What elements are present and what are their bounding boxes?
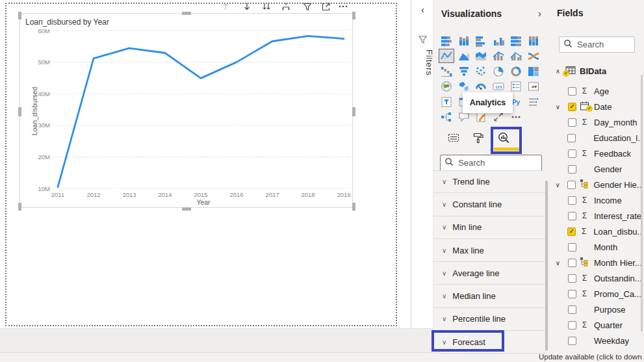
table-row-bidata[interactable]: ∧✓BIData bbox=[549, 63, 641, 79]
slicer-visual-icon[interactable] bbox=[439, 95, 454, 109]
visualizations-scrollbar[interactable] bbox=[545, 181, 548, 351]
chevron-down-icon[interactable]: ∨ bbox=[554, 181, 561, 188]
multirow-card-visual-icon[interactable] bbox=[508, 79, 524, 94]
field-checkbox[interactable] bbox=[568, 87, 576, 96]
tab-format[interactable] bbox=[470, 129, 487, 147]
field-checkbox[interactable] bbox=[567, 181, 576, 189]
resize-handle[interactable] bbox=[182, 12, 191, 15]
line-stacked-column-visual-icon[interactable] bbox=[491, 49, 506, 63]
treemap-visual-icon[interactable] bbox=[526, 64, 541, 79]
filters-expand-chevron[interactable]: ‹ bbox=[411, 4, 434, 15]
field-row-day-month[interactable]: ΣDay_month bbox=[549, 114, 641, 130]
analytics-section-trend-line[interactable]: ∨Trend line bbox=[433, 170, 545, 193]
line-chart-visual[interactable]: 10M20M30M40M50M60M2011201220132014201520… bbox=[19, 13, 353, 208]
field-checkbox[interactable] bbox=[568, 321, 576, 330]
field-checkbox[interactable] bbox=[568, 196, 576, 205]
field-checkbox[interactable] bbox=[568, 165, 576, 174]
field-row-age[interactable]: ΣAge bbox=[549, 83, 641, 99]
decomposition-tree-visual-icon[interactable] bbox=[439, 110, 454, 124]
field-checkbox[interactable] bbox=[567, 227, 576, 236]
field-checkbox[interactable] bbox=[568, 337, 576, 345]
field-row-outstandin-[interactable]: ΣOutstandin... bbox=[549, 270, 641, 286]
line-visual-icon[interactable] bbox=[439, 49, 454, 63]
field-row-interest-rate[interactable]: ΣInterest_rate bbox=[549, 208, 641, 224]
field-row-month[interactable]: Month bbox=[549, 239, 641, 255]
tab-fields[interactable] bbox=[445, 129, 462, 147]
visualizations-collapse-chevron[interactable]: › bbox=[538, 8, 541, 19]
pie-visual-icon[interactable] bbox=[491, 64, 506, 79]
field-row-gender[interactable]: Gender bbox=[549, 161, 641, 177]
analytics-section-median-line[interactable]: ∨Median line bbox=[433, 285, 545, 307]
field-checkbox[interactable] bbox=[568, 243, 576, 252]
line-clustered-column-visual-icon[interactable] bbox=[508, 49, 524, 63]
field-checkbox[interactable] bbox=[568, 305, 576, 314]
filled-map-visual-icon[interactable] bbox=[456, 79, 472, 94]
field-row-feedback[interactable]: ΣFeedback bbox=[549, 146, 641, 161]
fields-search[interactable] bbox=[559, 36, 635, 53]
fields-search-input[interactable] bbox=[577, 40, 634, 49]
drill-down-all-icon[interactable] bbox=[261, 1, 272, 12]
clustered-column-visual-icon[interactable] bbox=[491, 34, 506, 48]
stacked-bar-visual-icon[interactable] bbox=[439, 34, 454, 48]
chevron-down-icon[interactable]: ∨ bbox=[554, 103, 562, 110]
clustered-bar-visual-icon[interactable] bbox=[473, 34, 489, 48]
gauge-visual-icon[interactable] bbox=[473, 79, 489, 94]
field-row-gender-hie-[interactable]: ∨Gender Hie... bbox=[549, 177, 641, 192]
analytics-section-average-line[interactable]: ∨Average line bbox=[433, 262, 545, 285]
field-row-weekday[interactable]: Weekday bbox=[549, 333, 641, 348]
field-row-purpose[interactable]: Purpose bbox=[549, 302, 641, 317]
resize-handle[interactable] bbox=[352, 107, 355, 116]
donut-visual-icon[interactable] bbox=[508, 64, 524, 79]
field-checkbox[interactable] bbox=[568, 290, 576, 298]
stacked-area-visual-icon[interactable] bbox=[473, 49, 489, 63]
field-checkbox[interactable] bbox=[568, 259, 576, 267]
hundred-stacked-column-visual-icon[interactable] bbox=[526, 34, 541, 48]
resize-handle[interactable] bbox=[182, 207, 191, 211]
filters-pane-collapsed[interactable]: ‹ Filters bbox=[411, 0, 433, 328]
chevron-down-icon[interactable]: ∨ bbox=[554, 259, 562, 266]
funnel-visual-icon[interactable] bbox=[456, 64, 472, 79]
field-row-education-l-[interactable]: Education_l... bbox=[549, 130, 641, 146]
analytics-search-input[interactable] bbox=[458, 158, 541, 168]
field-checkbox[interactable] bbox=[568, 274, 576, 283]
resize-handle[interactable] bbox=[352, 12, 355, 19]
filter-icon[interactable] bbox=[302, 1, 313, 12]
analytics-section-max-line[interactable]: ∨Max line bbox=[433, 239, 545, 262]
field-row-income[interactable]: ΣIncome bbox=[549, 192, 641, 208]
field-row-quarter[interactable]: ΣQuarter bbox=[549, 317, 641, 333]
field-checkbox[interactable] bbox=[568, 212, 576, 220]
expand-all-down-icon[interactable] bbox=[281, 1, 291, 12]
drill-up-icon[interactable] bbox=[220, 1, 231, 12]
fields-scrollbar[interactable] bbox=[641, 75, 643, 331]
resize-handle[interactable] bbox=[18, 12, 21, 19]
area-visual-icon[interactable] bbox=[456, 49, 472, 63]
smart-narrative-visual-icon[interactable] bbox=[526, 95, 541, 109]
hundred-stacked-bar-visual-icon[interactable] bbox=[508, 34, 524, 48]
update-notification[interactable]: Update available (click to down bbox=[539, 353, 644, 362]
field-checkbox[interactable] bbox=[568, 103, 576, 111]
resize-handle[interactable] bbox=[18, 203, 21, 211]
analytics-section-forecast[interactable]: ∨Forecast bbox=[433, 331, 545, 354]
scatter-visual-icon[interactable] bbox=[473, 64, 489, 79]
drill-down-icon[interactable] bbox=[242, 1, 252, 12]
map-visual-icon[interactable] bbox=[439, 79, 454, 94]
tab-analytics[interactable] bbox=[495, 129, 512, 147]
resize-handle[interactable] bbox=[352, 203, 355, 211]
field-checkbox[interactable] bbox=[568, 118, 576, 127]
field-row-date[interactable]: ∨✓Date bbox=[549, 99, 641, 114]
field-row-promo-ca-[interactable]: ΣPromo_Ca... bbox=[549, 286, 641, 302]
focus-mode-icon[interactable] bbox=[320, 1, 331, 12]
resize-handle[interactable] bbox=[18, 107, 21, 116]
more-options-icon[interactable] bbox=[338, 1, 348, 12]
analytics-search[interactable] bbox=[440, 155, 542, 171]
waterfall-visual-icon[interactable] bbox=[439, 64, 454, 79]
stacked-column-visual-icon[interactable] bbox=[456, 34, 472, 48]
field-row-loan-disbu-[interactable]: ΣLoan_disbu... bbox=[549, 224, 641, 239]
field-checkbox[interactable] bbox=[567, 134, 576, 142]
analytics-section-percentile-line[interactable]: ∨Percentile line bbox=[433, 308, 545, 331]
chevron-up-icon[interactable]: ∧ bbox=[554, 68, 562, 75]
field-checkbox[interactable] bbox=[568, 149, 576, 158]
analytics-section-min-line[interactable]: ∨Min line bbox=[433, 216, 545, 239]
ribbon-visual-icon[interactable] bbox=[526, 49, 541, 63]
kpi-visual-icon[interactable] bbox=[526, 79, 541, 94]
